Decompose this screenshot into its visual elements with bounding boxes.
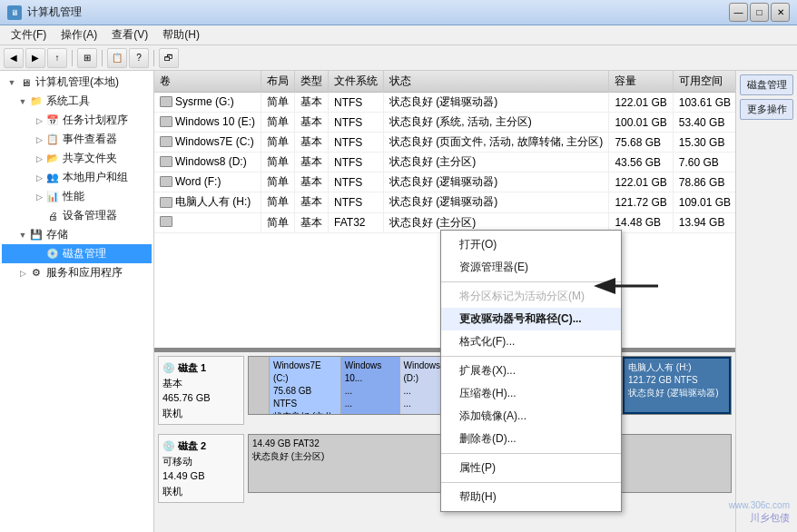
cell-type: 基本	[295, 153, 329, 172]
col-layout[interactable]: 布局	[261, 71, 295, 93]
users-expand: ▷	[33, 172, 45, 184]
cell-free: 7.60 GB	[673, 153, 735, 172]
storage-icon: 💾	[29, 228, 44, 242]
sidebar-local-users[interactable]: ▷ 👥 本地用户和组	[2, 168, 152, 187]
event-expand: ▷	[33, 133, 45, 146]
cell-fs: NTFS	[329, 93, 384, 113]
systools-expand-icon: ▼	[16, 95, 29, 108]
main-layout: ▼ 🖥 计算机管理(本地) ▼ 📁 系统工具 ▷ 📅 任务计划程序 ▷ 📋 事件…	[0, 71, 797, 532]
cell-vol: Word (F:)	[154, 172, 261, 192]
action-more[interactable]: 更多操作	[740, 99, 793, 120]
toolbar-sep2	[102, 50, 103, 66]
sidebar-performance[interactable]: ▷ 📊 性能	[2, 187, 152, 206]
context-menu-item[interactable]: 格式化(F)...	[441, 330, 621, 353]
menu-file[interactable]: 文件(F)	[4, 25, 54, 44]
context-menu-item: 将分区标记为活动分区(M)	[441, 285, 621, 308]
title-bar: 🖥 计算机管理 — □ ✕	[0, 0, 797, 25]
sidebar-services[interactable]: ▷ ⚙ 服务和应用程序	[2, 263, 152, 282]
context-menu: 打开(O)资源管理器(E)将分区标记为活动分区(M)更改驱动器号和路径(C)..…	[440, 230, 622, 512]
table-row[interactable]: Sysrme (G:) 简单 基本 NTFS 状态良好 (逻辑驱动器) 122.…	[154, 93, 735, 113]
col-fs[interactable]: 文件系统	[329, 71, 384, 93]
col-type[interactable]: 类型	[295, 71, 329, 93]
cell-layout: 简单	[261, 212, 295, 232]
cell-layout: 简单	[261, 192, 295, 213]
sidebar-device-manager[interactable]: 🖨 设备管理器	[2, 206, 152, 225]
context-menu-item[interactable]: 添加镜像(A)...	[441, 405, 621, 428]
back-button[interactable]: ◀	[4, 48, 24, 68]
cell-fs: FAT32	[329, 212, 384, 232]
perf-icon: 📊	[45, 190, 60, 204]
context-menu-item[interactable]: 扩展卷(X)...	[441, 360, 621, 382]
context-menu-item[interactable]: 资源管理器(E)	[441, 256, 621, 279]
properties-button[interactable]: 📋	[107, 48, 127, 68]
storage-expand-icon: ▼	[16, 229, 29, 241]
cell-type: 基本	[295, 113, 329, 133]
sidebar-event-viewer[interactable]: ▷ 📋 事件查看器	[2, 130, 152, 149]
shared-expand: ▷	[33, 153, 45, 165]
sidebar-shared-folders[interactable]: ▷ 📂 共享文件夹	[2, 149, 152, 168]
sidebar-root[interactable]: ▼ 🖥 计算机管理(本地)	[2, 73, 152, 92]
col-free[interactable]: 可用空间	[673, 71, 735, 93]
disk-info-box: 💿 磁盘 2可移动14.49 GB联机	[158, 434, 244, 503]
sidebar-system-tools[interactable]: ▼ 📁 系统工具	[2, 92, 152, 111]
minimize-button[interactable]: —	[729, 3, 748, 22]
cell-vol: Windows 10 (E:)	[154, 113, 261, 133]
window-title: 计算机管理	[27, 5, 82, 20]
cell-free: 15.30 GB	[673, 133, 735, 153]
cell-capacity: 43.56 GB	[609, 153, 673, 172]
cell-free: 109.01 GB	[673, 192, 735, 213]
col-capacity[interactable]: 容量	[609, 71, 673, 93]
context-menu-item[interactable]: 帮助(H)	[441, 486, 621, 508]
cell-status: 状态良好 (页面文件, 活动, 故障转储, 主分区)	[384, 133, 609, 153]
maximize-button[interactable]: □	[750, 3, 769, 22]
cell-free: 78.86 GB	[673, 172, 735, 192]
cell-type: 基本	[295, 212, 329, 232]
menu-view[interactable]: 查看(V)	[104, 25, 155, 44]
menu-help[interactable]: 帮助(H)	[155, 25, 207, 44]
context-menu-item[interactable]: 更改驱动器号和路径(C)...	[441, 308, 621, 330]
action-disk-mgmt[interactable]: 磁盘管理	[740, 74, 793, 95]
sidebar-task-scheduler[interactable]: ▷ 📅 任务计划程序	[2, 111, 152, 130]
menu-action[interactable]: 操作(A)	[54, 25, 104, 44]
disk-segment[interactable]	[249, 357, 270, 414]
col-status[interactable]: 状态	[384, 71, 609, 93]
help-button[interactable]: ?	[129, 48, 149, 68]
disk-segment[interactable]: Windows 10.........	[341, 357, 400, 414]
menu-bar: 文件(F) 操作(A) 查看(V) 帮助(H)	[0, 25, 797, 45]
table-row[interactable]: 电脑人人有 (H:) 简单 基本 NTFS 状态良好 (逻辑驱动器) 121.7…	[154, 192, 735, 213]
forward-button[interactable]: ▶	[25, 48, 45, 68]
up-button[interactable]: ↑	[47, 48, 67, 68]
context-menu-item[interactable]: 属性(P)	[441, 457, 621, 479]
disk-segment[interactable]: Windows7E (C:)75.68 GB NTFS状态良好 (主分区)	[270, 357, 341, 414]
storage-label: 存储	[46, 227, 68, 242]
context-menu-item[interactable]: 压缩卷(H)...	[441, 382, 621, 405]
cell-type: 基本	[295, 133, 329, 153]
context-menu-separator	[441, 281, 621, 282]
cell-capacity: 122.01 GB	[609, 93, 673, 113]
users-label: 本地用户和组	[63, 170, 128, 185]
new-window-button[interactable]: 🗗	[159, 48, 179, 68]
folder-icon: 📁	[29, 94, 44, 109]
sidebar-storage[interactable]: ▼ 💾 存储	[2, 225, 152, 244]
disk-mgmt-label: 磁盘管理	[63, 246, 106, 261]
window-controls: — □ ✕	[729, 3, 790, 22]
col-vol[interactable]: 卷	[154, 71, 261, 93]
cell-status: 状态良好 (逻辑驱动器)	[384, 93, 609, 113]
sidebar-tree: ▼ 🖥 计算机管理(本地) ▼ 📁 系统工具 ▷ 📅 任务计划程序 ▷ 📋 事件…	[0, 71, 153, 284]
cell-vol: 电脑人人有 (H:)	[154, 192, 261, 213]
disk-table: 卷 布局 类型 文件系统 状态 容量 可用空间 操作	[154, 71, 735, 233]
table-row[interactable]: Windows7E (C:) 简单 基本 NTFS 状态良好 (页面文件, 活动…	[154, 133, 735, 153]
cell-layout: 简单	[261, 113, 295, 133]
context-menu-item[interactable]: 删除卷(D)...	[441, 428, 621, 450]
disk-segment[interactable]: 电脑人人有 (H:)121.72 GB NTFS状态良好 (逻辑驱动器)	[623, 357, 731, 414]
cell-vol: Sysrme (G:)	[154, 93, 261, 113]
table-row[interactable]: Windows 10 (E:) 简单 基本 NTFS 状态良好 (系统, 活动,…	[154, 113, 735, 133]
sidebar-disk-management[interactable]: 💿 磁盘管理	[2, 244, 152, 263]
table-row[interactable]: Word (F:) 简单 基本 NTFS 状态良好 (逻辑驱动器) 122.01…	[154, 172, 735, 192]
context-menu-item[interactable]: 打开(O)	[441, 233, 621, 256]
cell-status: 状态良好 (系统, 活动, 主分区)	[384, 113, 609, 133]
show-hide-button[interactable]: ⊞	[77, 48, 97, 68]
close-button[interactable]: ✕	[771, 3, 790, 22]
cell-type: 基本	[295, 192, 329, 213]
table-row[interactable]: Windows8 (D:) 简单 基本 NTFS 状态良好 (主分区) 43.5…	[154, 153, 735, 172]
